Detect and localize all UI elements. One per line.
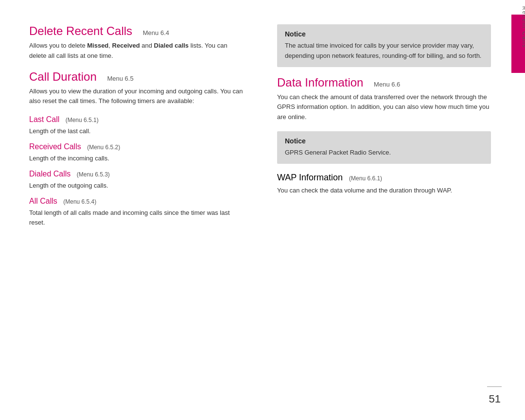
call-duration-body: Allows you to view the duration of your …: [29, 87, 243, 107]
all-calls-heading: All Calls (Menu 6.5.4): [29, 197, 243, 206]
received-calls-heading: Received Calls (Menu 6.5.2): [29, 142, 243, 151]
side-tab: Recent Calls: [510, 0, 525, 420]
data-information-body: You can check the amount of data transfe…: [277, 92, 491, 122]
page-number-divider: [487, 386, 502, 387]
all-calls-menu-ref: (Menu 6.5.4): [63, 198, 96, 205]
left-column: Delete Recent Calls Menu 6.4 Allows you …: [29, 24, 253, 401]
received-calls-menu-ref: (Menu 6.5.2): [87, 144, 120, 151]
notice-2-body: GPRS General Packet Radio Service.: [285, 148, 483, 158]
data-information-title: Data Information Menu 6.6: [277, 76, 491, 89]
data-information-heading: Data Information: [277, 76, 363, 89]
received-calls-section: Received Calls (Menu 6.5.2) Length of th…: [29, 142, 243, 164]
notice-2-title: Notice: [285, 137, 483, 145]
data-information-section: Data Information Menu 6.6 You can check …: [277, 76, 491, 122]
last-call-section: Last Call (Menu 6.5.1) Length of the las…: [29, 115, 243, 137]
notice-1-body: The actual time invoiced for calls by yo…: [285, 41, 483, 61]
last-call-heading: Last Call (Menu 6.5.1): [29, 115, 243, 124]
wap-information-heading: WAP Information (Menu 6.6.1): [277, 173, 491, 183]
all-calls-section: All Calls (Menu 6.5.4) Total length of a…: [29, 197, 243, 228]
notice-box-2: Notice GPRS General Packet Radio Service…: [277, 131, 491, 164]
all-calls-body: Total length of all calls made and incom…: [29, 208, 243, 228]
last-call-title: Last Call: [29, 115, 59, 123]
call-duration-title: Call Duration Menu 6.5: [29, 70, 243, 84]
delete-recent-calls-section: Delete Recent Calls Menu 6.4 Allows you …: [29, 24, 243, 61]
received-calls-body: Length of the incoming calls.: [29, 154, 243, 164]
wap-information-menu-ref: (Menu 6.6.1): [349, 175, 382, 182]
dialed-calls-body: Length of the outgoing calls.: [29, 181, 243, 191]
main-content: Delete Recent Calls Menu 6.4 Allows you …: [0, 0, 510, 420]
notice-box-1: Notice The actual time invoiced for call…: [277, 24, 491, 67]
last-call-menu-ref: (Menu 6.5.1): [66, 117, 99, 123]
page-number: 51: [489, 393, 501, 405]
dialed-calls-section: Dialed Calls (Menu 6.5.3) Length of the …: [29, 170, 243, 191]
wap-information-title: WAP Information: [277, 173, 343, 182]
wap-information-section: WAP Information (Menu 6.6.1) You can che…: [277, 173, 491, 196]
dialed-calls-heading: Dialed Calls (Menu 6.5.3): [29, 170, 243, 178]
call-duration-section: Call Duration Menu 6.5 Allows you to vie…: [29, 70, 243, 107]
delete-recent-calls-body: Allows you to delete Missed, Received an…: [29, 41, 243, 61]
delete-recent-calls-heading: Delete Recent Calls: [29, 24, 132, 37]
right-column: Notice The actual time invoiced for call…: [272, 24, 491, 401]
call-duration-heading: Call Duration: [29, 70, 97, 83]
all-calls-title: All Calls: [29, 197, 57, 205]
wap-information-body: You can check the data volume and the du…: [277, 186, 491, 196]
received-calls-title: Received Calls: [29, 142, 81, 151]
page-container: Delete Recent Calls Menu 6.4 Allows you …: [0, 0, 525, 420]
delete-recent-calls-title: Delete Recent Calls Menu 6.4: [29, 24, 243, 38]
data-information-menu-ref: Menu 6.6: [374, 81, 400, 88]
delete-recent-calls-menu-ref: Menu 6.4: [143, 29, 169, 36]
last-call-body: Length of the last call.: [29, 126, 243, 137]
dialed-calls-title: Dialed Calls: [29, 170, 70, 178]
call-duration-menu-ref: Menu 6.5: [107, 75, 133, 82]
side-tab-label: Recent Calls: [522, 6, 525, 48]
dialed-calls-menu-ref: (Menu 6.5.3): [77, 171, 110, 178]
notice-1-title: Notice: [285, 30, 483, 38]
